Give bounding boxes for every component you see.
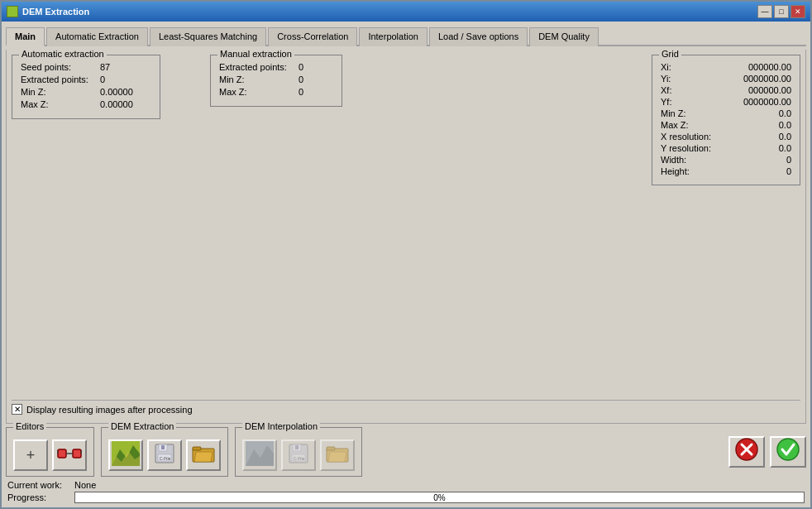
- 3d-view-button[interactable]: [52, 439, 87, 471]
- grid-yres-value: 0.0: [725, 143, 791, 153]
- interp-save-icon: C-File: [288, 443, 309, 468]
- dem-extract-button[interactable]: [108, 439, 143, 471]
- cancel-icon: [734, 437, 759, 467]
- interp-run-button[interactable]: [242, 439, 277, 471]
- add-point-button[interactable]: +: [13, 439, 48, 471]
- dem-open-button[interactable]: [186, 439, 221, 471]
- auto-label-1: Extracted points:: [21, 74, 95, 84]
- tab-main[interactable]: Main: [6, 27, 45, 46]
- display-checkbox-row[interactable]: ✕ Display resulting images after process…: [12, 400, 800, 418]
- manual-extraction-title: Manual extraction: [217, 49, 294, 59]
- minimize-button[interactable]: —: [757, 5, 772, 18]
- ok-icon: [776, 437, 800, 467]
- window-icon: [7, 6, 18, 17]
- svg-text:C-File: C-File: [160, 456, 171, 461]
- svg-rect-0: [58, 449, 66, 458]
- current-work-value: None: [74, 480, 96, 490]
- interp-save-button[interactable]: C-File: [281, 439, 316, 471]
- cancel-button[interactable]: [728, 436, 765, 468]
- auto-label-3: Max Z:: [21, 99, 95, 109]
- info-panels: Automatic extraction Seed points: 87 Ext…: [12, 55, 800, 185]
- grid-maxz-label: Max Z:: [661, 120, 689, 130]
- auto-row-3: Max Z: 0.00000: [21, 99, 151, 109]
- dem-interpolation-group-title: DEM Interpolation: [242, 421, 320, 431]
- grid-height-value: 0: [725, 166, 791, 176]
- window-title: DEM Extraction: [22, 7, 89, 17]
- auto-value-1: 0: [100, 74, 105, 84]
- auto-row-0: Seed points: 87: [21, 62, 151, 72]
- grid-yf-value: 0000000.00: [725, 97, 791, 107]
- bottom-section: Editors +: [6, 427, 806, 477]
- manual-label-0: Extracted points:: [219, 62, 294, 72]
- grid-yres-label: Y resolution:: [661, 143, 711, 153]
- ok-button[interactable]: [770, 436, 806, 468]
- manual-extraction-group: Manual extraction Extracted points: 0 Mi…: [210, 55, 342, 107]
- current-work-label: Current work:: [7, 480, 69, 490]
- dem-interpolation-group: DEM Interpolation: [235, 427, 362, 477]
- svg-rect-11: [161, 445, 165, 449]
- dem-extraction-group-title: DEM Extraction: [108, 421, 176, 431]
- grid-yf-label: Yf:: [661, 97, 671, 107]
- tab-automatic-extraction[interactable]: Automatic Extraction: [46, 27, 148, 46]
- auto-row-2: Min Z: 0.00000: [21, 87, 151, 97]
- interp-folder-icon: [326, 444, 349, 468]
- manual-row-1: Min Z: 0: [219, 74, 333, 84]
- action-buttons: [728, 427, 806, 477]
- dem-extraction-group: DEM Extraction: [101, 427, 228, 477]
- add-point-icon: +: [26, 447, 36, 464]
- automatic-extraction-group: Automatic extraction Seed points: 87 Ext…: [12, 55, 160, 119]
- window-body: Main Automatic Extraction Least-Squares …: [2, 22, 810, 507]
- tab-dem-quality[interactable]: DEM Quality: [529, 27, 599, 46]
- progress-row: Progress: 0%: [7, 492, 805, 503]
- grid-xi-label: Xi:: [661, 62, 671, 72]
- grid-minz-label: Min Z:: [661, 108, 686, 118]
- editors-group: Editors +: [6, 427, 94, 477]
- grid-xres-value: 0.0: [725, 132, 791, 142]
- progress-text: 0%: [75, 493, 804, 502]
- current-work-row: Current work: None: [7, 480, 805, 490]
- manual-row-0: Extracted points: 0: [219, 62, 333, 72]
- display-checkbox-label: Display resulting images after processin…: [26, 405, 193, 415]
- manual-row-2: Max Z: 0: [219, 87, 333, 97]
- terrain-icon: [112, 441, 140, 470]
- manual-value-0: 0: [299, 62, 303, 72]
- grid-yi-value: 0000000.00: [725, 74, 791, 84]
- maximize-button[interactable]: □: [774, 5, 789, 18]
- grid-minz-value: 0.0: [725, 108, 791, 118]
- interp-open-button[interactable]: [320, 439, 355, 471]
- dem-save-button[interactable]: C-File: [147, 439, 182, 471]
- editors-group-title: Editors: [13, 421, 46, 431]
- manual-value-2: 0: [299, 87, 303, 97]
- auto-label-2: Min Z:: [21, 87, 95, 97]
- auto-value-0: 87: [100, 62, 110, 72]
- main-content: Automatic extraction Seed points: 87 Ext…: [6, 50, 806, 424]
- manual-value-1: 0: [299, 74, 303, 84]
- close-button[interactable]: ✕: [791, 5, 805, 18]
- grid-xf-label: Xf:: [661, 85, 671, 95]
- manual-label-2: Max Z:: [219, 87, 294, 97]
- grid-height-label: Height:: [661, 166, 690, 176]
- svg-line-4: [81, 450, 82, 454]
- svg-rect-21: [295, 445, 299, 449]
- grid-xf-value: 000000.00: [725, 85, 791, 95]
- manual-label-1: Min Z:: [219, 74, 294, 84]
- tab-cross-correlation[interactable]: Cross-Correlation: [268, 27, 357, 46]
- display-checkbox[interactable]: ✕: [12, 404, 22, 415]
- tab-load-save[interactable]: Load / Save options: [429, 27, 528, 46]
- tab-interpolation[interactable]: Interpolation: [359, 27, 427, 46]
- svg-rect-24: [327, 447, 335, 450]
- auto-label-0: Seed points:: [21, 62, 95, 72]
- auto-row-1: Extracted points: 0: [21, 74, 151, 84]
- tabs-bar: Main Automatic Extraction Least-Squares …: [6, 26, 806, 46]
- auto-value-3: 0.00000: [100, 99, 133, 109]
- tab-least-squares[interactable]: Least-Squares Matching: [150, 27, 266, 46]
- svg-rect-14: [193, 447, 201, 450]
- main-window: DEM Extraction — □ ✕ Main Automatic Extr…: [0, 0, 812, 509]
- svg-rect-1: [73, 449, 81, 458]
- save-icon: C-File: [154, 443, 175, 468]
- progress-bar: 0%: [74, 492, 805, 503]
- folder-open-icon: [192, 444, 215, 468]
- status-bar: Current work: None Progress: 0%: [6, 480, 806, 503]
- grid-width-value: 0: [725, 155, 791, 165]
- grid-group: Grid Xi:000000.00 Yi:0000000.00 Xf:00000…: [652, 55, 800, 185]
